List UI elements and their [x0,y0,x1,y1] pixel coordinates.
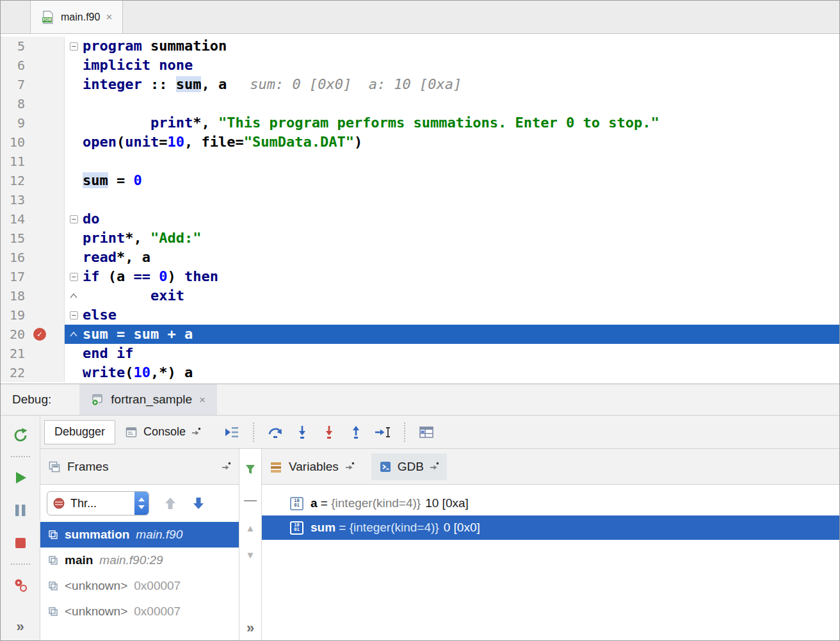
force-step-into-button[interactable] [316,420,343,444]
pin-icon[interactable] [345,462,355,471]
code-text[interactable]: sum = 0 [83,171,142,190]
frame-row[interactable]: mainmain.f90:29 [40,548,239,573]
editor-gutter[interactable]: 19 [1,305,65,325]
code-text[interactable]: do [83,209,100,229]
editor-gutter[interactable]: 7 [1,75,65,94]
editor-gutter[interactable]: 17 [1,267,65,286]
thread-stepper-icon[interactable] [134,491,149,515]
session-tab-fortran-sample[interactable]: fortran_sample × [79,384,217,415]
step-over-button[interactable] [262,420,289,444]
code-text[interactable]: program summation [83,37,227,56]
tab-debugger[interactable]: Debugger [44,420,115,444]
show-execution-point-button[interactable] [218,420,245,444]
code-line-11[interactable]: 11 [1,152,839,171]
code-line-14[interactable]: 14−do [1,209,839,229]
code-line-17[interactable]: 17−if (a == 0) then [1,267,839,286]
resume-button[interactable] [7,466,34,490]
filter-icon[interactable] [244,463,257,476]
code-line-16[interactable]: 16read*, a [1,248,839,267]
stop-button[interactable] [7,531,34,555]
fold-icon[interactable]: − [70,42,78,51]
variable-row[interactable]: 1001sum = {integer(kind=4)}0 [0x0] [262,515,839,540]
pin-icon[interactable] [430,462,439,471]
layout-settings-icon[interactable] [413,420,440,444]
editor-gutter[interactable]: 22 [1,363,65,382]
code-line-12[interactable]: 12sum = 0 [1,171,839,190]
editor-gutter[interactable]: 5 [1,37,65,56]
code-text[interactable]: if (a == 0) then [83,267,218,286]
up-triangle-icon[interactable]: ▲ [246,523,255,533]
code-line-9[interactable]: 9 print*, "This program performs summati… [1,113,839,133]
code-text[interactable]: else [83,305,117,325]
tab-gdb[interactable]: GDB [371,453,447,480]
code-line-18[interactable]: 18 exit [1,286,839,305]
code-line-21[interactable]: 21end if [1,344,839,363]
code-line-20[interactable]: 20✓sum = sum + a [1,325,839,344]
editor-gutter[interactable]: 20✓ [1,325,65,344]
code-line-22[interactable]: 22write(10,*) a [1,363,839,382]
code-line-10[interactable]: 10open(unit=10, file="SumData.DAT") [1,133,839,152]
code-text[interactable]: write(10,*) a [83,363,193,382]
code-text[interactable]: implicit none [83,56,193,75]
thread-selector[interactable]: Thr... [47,491,149,515]
code-editor[interactable]: 5−program summation6implicit none7intege… [1,34,839,384]
step-into-button[interactable] [289,420,316,444]
editor-gutter[interactable]: 21 [1,344,65,363]
run-to-cursor-button[interactable] [369,420,396,444]
frame-row[interactable]: <unknown>0x00007 [40,573,239,599]
editor-gutter[interactable]: 14 [1,209,65,229]
fold-icon[interactable]: − [70,273,78,281]
editor-gutter[interactable]: 9 [1,113,65,133]
fold-end-icon[interactable] [70,332,77,337]
more-chevron[interactable]: » [246,621,254,635]
toolbar-separator [253,423,254,442]
code-line-6[interactable]: 6implicit none [1,56,839,75]
editor-gutter[interactable]: 6 [1,56,65,75]
code-text[interactable]: print*, "Add:" [83,229,201,248]
editor-gutter[interactable]: 10 [1,133,65,152]
editor-gutter[interactable]: 13 [1,190,65,209]
code-line-5[interactable]: 5−program summation [1,37,839,56]
code-line-8[interactable]: 8 [1,94,839,113]
editor-gutter[interactable]: 11 [1,152,65,171]
frame-down-button[interactable] [191,496,206,511]
collapse-icon[interactable]: — [244,493,257,506]
close-icon[interactable]: × [199,394,206,405]
editor-gutter[interactable]: 12 [1,171,65,190]
close-icon[interactable]: × [106,12,112,22]
code-text[interactable]: sum = sum + a [83,325,193,344]
code-text[interactable]: open(unit=10, file="SumData.DAT") [83,133,362,152]
more-chevron[interactable]: » [16,620,24,634]
code-text[interactable]: read*, a [83,248,150,267]
editor-gutter[interactable]: 16 [1,248,65,267]
pause-button[interactable] [7,498,34,523]
step-out-button[interactable] [343,420,369,444]
frames-icon [48,460,61,473]
breakpoint-icon[interactable]: ✓ [33,328,46,341]
pin-icon[interactable] [191,428,201,436]
frame-row[interactable]: summationmain.f90 [40,522,239,548]
rerun-button[interactable] [7,423,34,448]
editor-gutter[interactable]: 15 [1,229,65,248]
code-text[interactable]: integer :: sum, asum: 0 [0x0] a: 10 [0xa… [83,75,462,94]
tab-console[interactable]: Console [115,420,211,444]
editor-gutter[interactable]: 18 [1,286,65,305]
fold-end-icon[interactable] [70,293,77,298]
code-line-13[interactable]: 13 [1,190,839,209]
code-text[interactable]: end if [83,344,133,363]
code-line-19[interactable]: 19−else [1,305,839,325]
code-line-7[interactable]: 7integer :: sum, asum: 0 [0x0] a: 10 [0x… [1,75,839,94]
fold-icon[interactable]: − [70,311,78,320]
frame-up-button[interactable] [163,496,177,511]
code-line-15[interactable]: 15print*, "Add:" [1,229,839,248]
pin-icon[interactable] [222,462,231,471]
view-breakpoints-button[interactable] [7,573,34,597]
fold-icon[interactable]: − [70,215,78,223]
editor-tab-main-f90[interactable]: FOR main.f90 × [30,1,123,33]
code-text[interactable]: print*, "This program performs summation… [83,113,659,133]
editor-gutter[interactable]: 8 [1,94,65,113]
down-triangle-icon[interactable]: ▼ [246,550,255,560]
frame-row[interactable]: <unknown>0x00007 [40,599,239,624]
code-text[interactable]: exit [83,286,184,305]
variable-row[interactable]: 1001a = {integer(kind=4)}10 [0xa] [262,491,839,515]
